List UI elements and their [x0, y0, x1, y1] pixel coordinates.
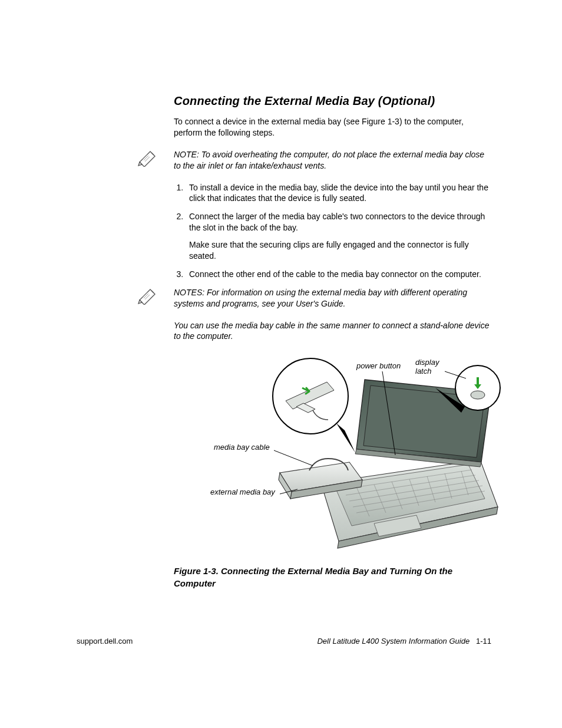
note-text-2b: You can use the media bay cable in the s…	[174, 320, 491, 342]
callout-media-bay-cable: media bay cable	[214, 443, 270, 452]
note-icon	[137, 287, 158, 307]
steps-list: To install a device in the media bay, sl…	[174, 182, 491, 280]
svg-line-17	[274, 450, 313, 466]
step-2-text-b: Make sure that the securing clips are fu…	[189, 239, 491, 262]
callout-power-button: power button	[356, 362, 401, 370]
callout-display-latch: display latch	[415, 358, 451, 375]
footer-page-number: 1-11	[476, 637, 491, 645]
note-text-1: NOTE: To avoid overheating the computer,…	[174, 149, 491, 172]
figure-diagram: power button display latch media bay cab…	[197, 354, 515, 554]
step-1-text: To install a device in the media bay, sl…	[189, 183, 488, 203]
step-3: Connect the other end of the cable to th…	[186, 269, 491, 280]
page-footer: support.dell.com Dell Latitude L400 Syst…	[77, 637, 491, 645]
svg-point-14	[471, 391, 485, 399]
callout-external-media-bay: external media bay	[210, 488, 275, 496]
footer-doc-title: Dell Latitude L400 System Information Gu…	[317, 637, 470, 645]
step-3-text: Connect the other end of the cable to th…	[189, 269, 481, 279]
step-2-text-a: Connect the larger of the media bay cabl…	[189, 212, 485, 232]
step-1: To install a device in the media bay, sl…	[186, 182, 491, 205]
footer-right: Dell Latitude L400 System Information Gu…	[317, 637, 491, 645]
note-icon	[137, 149, 158, 169]
intro-paragraph: To connect a device in the external medi…	[174, 116, 491, 139]
footer-left: support.dell.com	[77, 637, 133, 645]
step-2: Connect the larger of the media bay cabl…	[186, 211, 491, 262]
figure-caption: Figure 1-3. Connecting the External Medi…	[174, 565, 491, 589]
note-text-2a: NOTES: For information on using the exte…	[174, 287, 491, 309]
section-heading: Connecting the External Media Bay (Optio…	[174, 94, 491, 108]
